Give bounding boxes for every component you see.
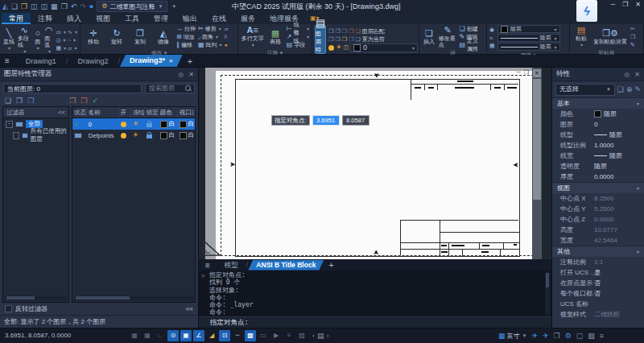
collapse-filters-button[interactable]: << (58, 109, 65, 116)
lineweight-icon[interactable]: ▦ (489, 43, 495, 49)
bulb-on-icon[interactable] (121, 122, 126, 127)
layer-merge-icon[interactable]: ❏ (355, 36, 360, 43)
layer-lock-icon[interactable]: ❐ (342, 28, 347, 35)
workspace-switcher[interactable]: ⚙ 二维草图与注释 ▼ (97, 1, 167, 12)
tree-expand-icon[interactable]: − (6, 121, 13, 128)
property-value[interactable]: 42.5464 (594, 237, 644, 244)
cloud-button[interactable]: ● (89, 0, 93, 13)
object-tracking-toggle[interactable]: ∠ (193, 330, 204, 341)
object-snap-toggle[interactable]: ▣ (180, 330, 192, 341)
settings-gear-icon[interactable]: ⚙ (565, 330, 572, 341)
layer-freeze-cell[interactable]: ☀ (131, 118, 145, 130)
table-button[interactable]: ▦ 表格 (266, 28, 283, 45)
dynamic-input-toggle[interactable]: ⊡ (219, 330, 230, 341)
ribbon-tab[interactable]: 服务 (233, 13, 262, 24)
linetype-dropdown[interactable]: 随层 ▾ (497, 34, 560, 42)
layer-off-icon[interactable]: ❐ (349, 28, 353, 35)
leader-icon[interactable]: ↗ (287, 33, 292, 40)
trim-icon[interactable]: ✂ (198, 25, 204, 32)
property-row[interactable]: 颜色随层 (552, 109, 644, 119)
property-row[interactable]: 注释比例1:1 (552, 257, 644, 267)
column-header[interactable]: 颜色 (159, 107, 178, 118)
collapse-section-icon[interactable]: ▾ (637, 101, 639, 106)
restore-button[interactable]: ❐ (622, 1, 628, 8)
sun-icon[interactable]: ☀ (133, 121, 138, 127)
layer-isolate-icon[interactable]: ❏ (355, 28, 360, 35)
linear-dim-icon[interactable]: ⊢ (287, 25, 292, 32)
column-header[interactable]: 名称 (87, 107, 119, 118)
collapse-section-icon[interactable]: ▾ (637, 185, 639, 191)
grid-toggle[interactable]: ▦ (142, 330, 153, 341)
align-icon[interactable]: ▱ (225, 26, 229, 32)
autoscale-toggle[interactable]: ▨ (296, 330, 308, 341)
property-row[interactable]: 透明度随层 (552, 161, 644, 172)
stretch-icon[interactable]: ↔ (176, 25, 183, 32)
copy-paste-settings-button[interactable]: ❒⚙ 复制粘贴设置 (592, 28, 628, 45)
insert-block-button[interactable]: ❏ 插入 (422, 28, 436, 45)
rotate-button[interactable]: ↻ 旋转 (106, 28, 127, 45)
property-value[interactable]: 0 (594, 121, 644, 128)
rectangle-icon[interactable]: ▭ (56, 29, 61, 35)
viewport-arrow-top[interactable]: ➤ (373, 72, 380, 79)
property-row[interactable]: 高度10.0777 (552, 225, 644, 235)
close-panel-icon[interactable]: ✕ (634, 71, 640, 78)
create-block-icon[interactable]: ❏ (460, 25, 465, 32)
layer-properties-button[interactable]: ▤ 图层特性 (315, 25, 326, 54)
layout-tab[interactable]: 模型 (217, 260, 246, 271)
reconcile-layer-button[interactable]: ❒ (80, 95, 87, 107)
fullscreen-icon[interactable]: ▧ (588, 330, 595, 341)
erase-icon[interactable]: ◊ (225, 34, 227, 39)
close-panel-icon[interactable]: ✕ (188, 71, 194, 78)
customize-menu-icon[interactable]: ≡ (600, 330, 604, 341)
ribbon-tab[interactable]: 输出 (175, 13, 204, 24)
property-row[interactable]: UCS 名称 (552, 299, 644, 309)
property-value[interactable]: 是 (594, 268, 644, 277)
copy-clip-icon[interactable]: ❐ (630, 34, 635, 40)
unreconcile-layer-button[interactable]: ❐ (69, 95, 76, 107)
property-row[interactable]: 每个视口都...否 (552, 288, 644, 299)
invert-filter-checkbox[interactable] (5, 305, 12, 312)
column-header[interactable]: 冻结 (131, 107, 145, 118)
layer-row[interactable]: Defpoints☀白白 (72, 130, 195, 141)
close-button[interactable]: ✕ (635, 1, 641, 8)
property-row[interactable]: 中心点 X8.2500 (552, 193, 644, 204)
copy-button[interactable]: ❐ 复制 (130, 28, 151, 45)
property-value[interactable]: 5.2500 (594, 205, 644, 213)
match-properties-icon[interactable]: ✎ (630, 42, 635, 48)
new-layout-button[interactable]: + (328, 260, 333, 270)
property-row[interactable]: 中心点 Z0.0000 (552, 214, 644, 225)
collapse-bottom-button[interactable]: << (186, 305, 193, 312)
scale-icon[interactable]: ⊞ (176, 33, 182, 40)
layer-unlock-icon[interactable]: ❐ (342, 36, 347, 43)
layer-on-cell[interactable] (119, 118, 131, 130)
document-tab[interactable]: Drawing3*× (120, 55, 183, 67)
delete-layer-button[interactable]: ❒ (27, 95, 34, 107)
section-header[interactable]: 基本▾ (552, 97, 644, 109)
minimize-button[interactable]: ─ (610, 1, 615, 8)
color-picker-icon[interactable]: ◉ (489, 27, 494, 33)
close-tab-icon[interactable]: × (169, 57, 173, 64)
layer-walk-icon[interactable]: ❐ (328, 36, 333, 43)
open-file-button[interactable]: ❐ (21, 0, 27, 13)
circle-button[interactable]: ○ 圆▾ (33, 28, 42, 52)
define-attribute-icon[interactable]: ▤ (460, 41, 466, 48)
property-value[interactable]: 8.2500 (594, 195, 644, 202)
lineweight-toggle[interactable]: ━ (232, 330, 243, 341)
layer-freeze-cell[interactable]: ☀ (131, 130, 145, 141)
qat-overflow-icon[interactable]: ▼ (171, 4, 176, 9)
property-value[interactable]: 0.0000 (594, 173, 644, 180)
polar-tracking-toggle[interactable]: ⊙ (167, 330, 179, 341)
spline-icon[interactable]: ∿ (68, 29, 72, 35)
property-row[interactable]: 视觉样式二维线框 (552, 309, 644, 320)
mdi-close-button[interactable]: ✕ (533, 69, 541, 77)
quick-view-icon[interactable]: ❐ (554, 330, 560, 341)
property-value[interactable]: 否 (594, 279, 644, 287)
viewport-arrow-left[interactable]: ➤ (229, 161, 236, 168)
property-value[interactable]: 随层 (594, 151, 644, 160)
drawing-canvas[interactable]: ➤ ➤ ➤ ➤ 指定对角点: 3.6951 8.0587 ─ ❐ ✕ (199, 68, 551, 259)
new-document-button[interactable]: + (188, 56, 192, 66)
sun-icon[interactable]: ☀ (133, 132, 138, 138)
layout-menu-icon[interactable]: ≡ (205, 261, 210, 270)
unlock-icon[interactable] (147, 134, 152, 138)
filter-tree-item[interactable]: 所有已使用的图层 (3, 130, 68, 141)
